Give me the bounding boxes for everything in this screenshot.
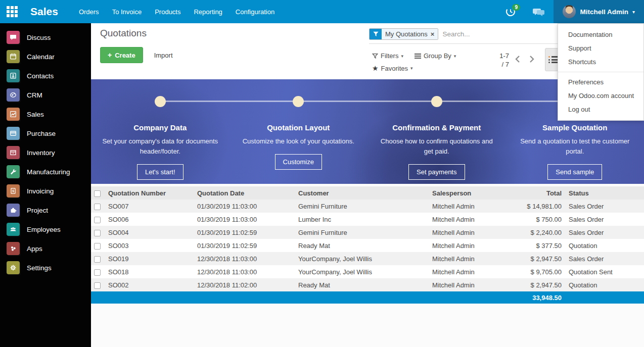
nav-orders[interactable]: Orders <box>72 0 106 23</box>
table-row[interactable]: SO00212/30/2018 11:02:00 Ready MatMitche… <box>91 278 644 291</box>
plus-icon: + <box>108 51 112 59</box>
lets-start-button[interactable]: Let's start! <box>137 164 183 180</box>
send-sample-button[interactable]: Send sample <box>547 164 602 180</box>
row-checkbox[interactable] <box>94 230 101 236</box>
menu-item-preferences[interactable]: Preferences <box>558 75 643 89</box>
col-salesperson[interactable]: Salesperson <box>430 186 511 200</box>
col-quotation-number[interactable]: Quotation Number <box>106 186 195 200</box>
sidebar-item-invoicing[interactable]: Invoicing <box>0 181 91 201</box>
pager: 1-7 / 7 <box>494 52 509 69</box>
sidebar-item-manufacturing[interactable]: Manufacturing <box>0 162 91 181</box>
step-dot <box>155 96 166 107</box>
menu-item-log-out[interactable]: Log out <box>558 103 643 116</box>
col-customer[interactable]: Customer <box>296 186 430 200</box>
menu-item-odoo-account[interactable]: My Odoo.com account <box>558 89 643 103</box>
row-checkbox[interactable] <box>94 269 101 276</box>
user-menu-toggle[interactable]: Mitchell Admin ▾ <box>554 0 644 23</box>
pager-previous-button[interactable] <box>515 55 521 64</box>
table-row[interactable]: SO01812/30/2018 11:03:00 YourCompany, Jo… <box>91 265 644 278</box>
table-row[interactable]: SO00601/30/2019 11:03:00 Lumber IncMitch… <box>91 213 644 226</box>
chat-icon <box>7 31 20 44</box>
sidebar-item-settings[interactable]: Settings <box>0 258 91 277</box>
credit-card-icon <box>7 127 20 140</box>
row-checkbox[interactable] <box>94 217 101 223</box>
col-total[interactable]: Total <box>511 186 567 200</box>
app-brand[interactable]: Sales <box>30 6 58 18</box>
chevron-down-icon: ▾ <box>410 66 413 71</box>
sidebar-item-crm[interactable]: CRM <box>0 85 91 105</box>
menu-item-support[interactable]: Support <box>558 41 643 55</box>
sidebar-item-calendar[interactable]: Calendar <box>0 47 91 66</box>
menu-item-documentation[interactable]: Documentation <box>558 28 643 41</box>
select-all-checkbox[interactable] <box>94 190 101 197</box>
chevron-down-icon: ▾ <box>632 9 635 15</box>
set-payments-button[interactable]: Set payments <box>408 164 465 180</box>
sidebar-label: Discuss <box>27 34 51 41</box>
sidebar-label: Apps <box>27 245 42 253</box>
import-link[interactable]: Import <box>154 52 173 59</box>
step-dot <box>431 96 442 107</box>
nav-configuration[interactable]: Configuration <box>229 0 281 23</box>
gear-icon <box>7 261 20 274</box>
filter-funnel-icon <box>370 29 382 39</box>
pager-next-button[interactable] <box>529 55 535 64</box>
activity-badge: 9 <box>512 4 520 11</box>
create-button[interactable]: + Create <box>100 47 143 63</box>
star-icon: ★ <box>372 64 379 72</box>
menu-item-shortcuts[interactable]: Shortcuts <box>558 55 643 69</box>
apps-icon <box>7 242 20 255</box>
pager-total: / 7 <box>494 60 509 69</box>
search-facet-my-quotations[interactable]: My Quotations × <box>369 28 438 40</box>
funnel-icon <box>372 53 378 59</box>
sidebar-label: Inventory <box>27 149 55 157</box>
sidebar-item-purchase[interactable]: Purchase <box>0 124 91 143</box>
nav-reporting[interactable]: Reporting <box>187 0 228 23</box>
nav-products[interactable]: Products <box>148 0 187 23</box>
row-checkbox[interactable] <box>94 282 101 289</box>
col-status[interactable]: Status <box>567 186 644 200</box>
customize-button[interactable]: Customize <box>275 154 322 170</box>
group-by-icon <box>415 53 421 60</box>
user-name: Mitchell Admin <box>580 8 628 16</box>
app-sidebar: Discuss Calendar Contacts CRM Sales Purc… <box>0 23 91 347</box>
sidebar-item-sales[interactable]: Sales <box>0 105 91 124</box>
pager-range[interactable]: 1-7 <box>494 52 509 60</box>
facet-close-icon[interactable]: × <box>431 30 435 38</box>
list-view-icon <box>548 55 558 65</box>
table-row[interactable]: SO00401/30/2019 11:02:59 Gemini Furnitur… <box>91 226 644 239</box>
sidebar-item-apps[interactable]: Apps <box>0 239 91 258</box>
row-checkbox[interactable] <box>94 243 101 250</box>
quotations-table: Quotation Number Quotation Date Customer… <box>91 186 644 304</box>
favorites-dropdown[interactable]: ★ Favorites ▾ <box>372 64 413 72</box>
sidebar-label: Settings <box>27 264 52 272</box>
sidebar-item-discuss[interactable]: Discuss <box>0 28 91 47</box>
sidebar-item-project[interactable]: Project <box>0 201 91 220</box>
messages-icon[interactable] <box>524 0 554 23</box>
avatar <box>563 5 576 18</box>
sidebar-label: Invoicing <box>27 187 54 195</box>
col-quotation-date[interactable]: Quotation Date <box>195 186 296 200</box>
sidebar-label: Purchase <box>27 130 56 137</box>
row-checkbox[interactable] <box>94 256 101 263</box>
table-row[interactable]: SO01912/30/2018 11:03:00 YourCompany, Jo… <box>91 252 644 265</box>
address-book-icon <box>7 69 20 82</box>
row-checkbox[interactable] <box>94 204 101 210</box>
handshake-icon <box>7 88 20 102</box>
activity-icon[interactable]: 9 <box>497 0 524 23</box>
sidebar-item-inventory[interactable]: Inventory <box>0 143 91 162</box>
sidebar-item-contacts[interactable]: Contacts <box>0 66 91 85</box>
search-options: Filters ▾ Group By ▾ ★ Favorites ▾ <box>372 52 456 72</box>
table-row[interactable]: SO00301/30/2019 11:02:59 Ready MatMitche… <box>91 239 644 252</box>
sidebar-label: Project <box>27 207 48 214</box>
group-by-dropdown[interactable]: Group By ▾ <box>415 52 456 60</box>
filters-dropdown[interactable]: Filters ▾ <box>372 52 403 60</box>
table-row[interactable]: SO00701/30/2019 11:03:00 Gemini Furnitur… <box>91 200 644 213</box>
puzzle-icon <box>7 204 20 217</box>
step-dot <box>293 96 304 107</box>
sidebar-item-employees[interactable]: Employees <box>0 220 91 239</box>
nav-to-invoice[interactable]: To Invoice <box>106 0 149 23</box>
onboarding-step-company-data: Company Data Set your company's data for… <box>91 79 229 184</box>
chevron-down-icon: ▾ <box>454 54 456 59</box>
apps-grid-icon[interactable] <box>0 0 24 23</box>
user-dropdown-menu: Documentation Support Shortcuts Preferen… <box>558 23 644 121</box>
